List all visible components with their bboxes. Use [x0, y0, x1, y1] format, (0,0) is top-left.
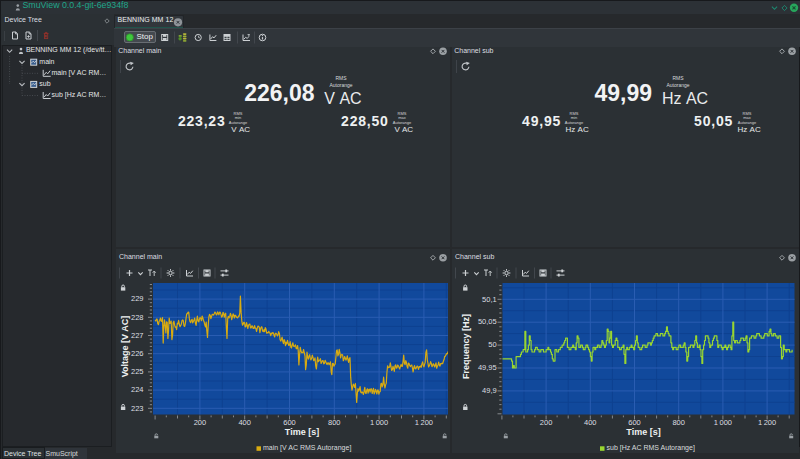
svg-text:49,9: 49,9: [482, 386, 497, 395]
svg-text:227: 227: [131, 331, 144, 340]
svg-text:800: 800: [672, 418, 685, 427]
svg-text:Frequency [Hz]: Frequency [Hz]: [461, 314, 471, 379]
svg-text:Time [s]: Time [s]: [626, 427, 660, 437]
svg-text:1 000: 1 000: [714, 418, 732, 427]
svg-text:400: 400: [584, 418, 597, 427]
svg-text:800: 800: [328, 418, 341, 427]
svg-text:50,1: 50,1: [482, 295, 497, 304]
svg-text:50,05: 50,05: [478, 317, 497, 326]
svg-text:223: 223: [131, 404, 144, 413]
svg-text:224: 224: [131, 385, 144, 394]
svg-text:225: 225: [131, 367, 144, 376]
svg-text:Voltage [V AC]: Voltage [V AC]: [120, 316, 130, 378]
svg-text:sub [Hz AC RMS Autorange]: sub [Hz AC RMS Autorange]: [607, 444, 695, 452]
svg-text:Time [s]: Time [s]: [285, 427, 319, 437]
svg-text:49,95: 49,95: [478, 363, 497, 372]
svg-text:1 000: 1 000: [370, 418, 388, 427]
svg-text:228: 228: [131, 313, 144, 322]
svg-text:226: 226: [131, 349, 144, 358]
svg-text:main [V AC RMS Autorange]: main [V AC RMS Autorange]: [263, 444, 351, 452]
svg-text:229: 229: [131, 294, 144, 303]
svg-text:200: 200: [540, 418, 553, 427]
svg-text:600: 600: [283, 418, 296, 427]
svg-text:1 200: 1 200: [758, 418, 776, 427]
svg-text:50: 50: [488, 340, 496, 349]
svg-text:400: 400: [238, 418, 251, 427]
svg-text:200: 200: [194, 418, 207, 427]
svg-text:600: 600: [628, 418, 641, 427]
svg-text:1 200: 1 200: [415, 418, 433, 427]
